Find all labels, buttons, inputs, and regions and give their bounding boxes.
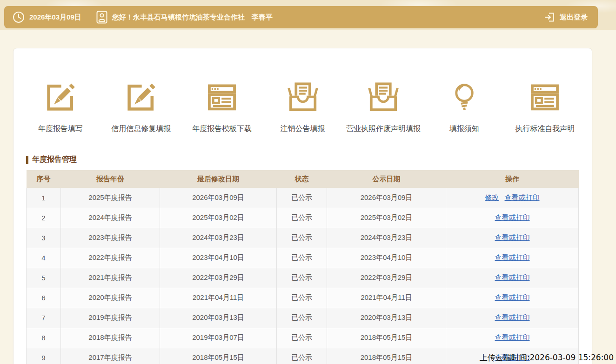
table-body: 12025年度报告2026年03月09日已公示2026年03月09日修改查看或打… bbox=[27, 188, 579, 364]
header-publish-date: 公示日期 bbox=[327, 170, 446, 188]
quick-action-4[interactable]: 注销公告填报 bbox=[262, 78, 343, 134]
cell-year: 2022年度报告 bbox=[61, 248, 160, 268]
quick-action-1[interactable]: 年度报告填写 bbox=[20, 78, 101, 134]
cell-modified: 2023年04月10日 bbox=[160, 248, 277, 268]
table-row: 22024年度报告2025年03月02日已公示2025年03月02日查看或打印 bbox=[27, 208, 579, 228]
quick-action-label: 注销公告填报 bbox=[281, 124, 325, 134]
cell-actions: 修改查看或打印 bbox=[446, 188, 579, 208]
cell-index: 6 bbox=[27, 288, 61, 308]
logout-label: 退出登录 bbox=[560, 13, 588, 22]
header-index: 序号 bbox=[27, 170, 61, 188]
cell-year: 2024年度报告 bbox=[61, 208, 160, 228]
quick-action-3[interactable]: 年度报告模板下载 bbox=[181, 78, 262, 134]
cell-year: 2019年度报告 bbox=[61, 308, 160, 328]
table-row: 42022年度报告2023年04月10日已公示2023年04月10日查看或打印 bbox=[27, 248, 579, 268]
table-row: 72019年度报告2020年03月13日已公示2020年03月13日查看或打印 bbox=[27, 308, 579, 328]
quick-action-6[interactable]: 填报须知 bbox=[424, 78, 505, 134]
cell-modified: 2021年04月11日 bbox=[160, 288, 277, 308]
cell-publish: 2023年04月10日 bbox=[327, 248, 446, 268]
cell-modified: 2024年03月23日 bbox=[160, 228, 277, 248]
template-icon bbox=[203, 78, 241, 118]
header-report-year: 报告年份 bbox=[61, 170, 160, 188]
cell-status: 已公示 bbox=[277, 308, 327, 328]
table-row: 62020年度报告2021年04月11日已公示2021年04月11日查看或打印 bbox=[27, 288, 579, 308]
upload-timestamp-overlay: 上传云端时间:2026-03-09 15:26:00 bbox=[480, 352, 614, 363]
cell-publish: 2021年04月11日 bbox=[327, 288, 446, 308]
cell-publish: 2018年05月15日 bbox=[327, 348, 446, 364]
cell-actions: 查看或打印 bbox=[446, 268, 579, 288]
cell-publish: 2018年05月15日 bbox=[327, 328, 446, 348]
cell-modified: 2019年03月07日 bbox=[160, 328, 277, 348]
section-accent-bar bbox=[26, 156, 28, 164]
action-link-view-print[interactable]: 查看或打印 bbox=[495, 293, 530, 301]
action-link-view-print[interactable]: 查看或打印 bbox=[495, 213, 530, 221]
cell-index: 9 bbox=[27, 348, 61, 364]
inbox-icon bbox=[364, 78, 402, 118]
cell-modified: 2020年03月13日 bbox=[160, 308, 277, 328]
cell-year: 2023年度报告 bbox=[61, 228, 160, 248]
action-link-view-print[interactable]: 查看或打印 bbox=[495, 333, 530, 341]
cell-status: 已公示 bbox=[277, 328, 327, 348]
annual-report-table: 序号报告年份最后修改日期状态公示日期操作 12025年度报告2026年03月09… bbox=[26, 170, 579, 364]
cell-status: 已公示 bbox=[277, 288, 327, 308]
template-icon bbox=[526, 78, 564, 118]
cell-modified: 2022年03月29日 bbox=[160, 268, 277, 288]
logout-icon bbox=[543, 11, 556, 23]
action-link-view-print[interactable]: 查看或打印 bbox=[505, 193, 540, 201]
quick-action-2[interactable]: 信用信息修复填报 bbox=[101, 78, 182, 134]
clock-icon bbox=[13, 11, 25, 23]
section-head: 年度报告管理 bbox=[26, 155, 579, 165]
cell-status: 已公示 bbox=[277, 268, 327, 288]
cell-year: 2018年度报告 bbox=[61, 328, 160, 348]
cell-status: 已公示 bbox=[277, 348, 327, 364]
cell-index: 4 bbox=[27, 248, 61, 268]
quick-action-label: 填报须知 bbox=[449, 124, 479, 134]
table-row: 12025年度报告2026年03月09日已公示2026年03月09日修改查看或打… bbox=[27, 188, 579, 208]
edit-icon bbox=[41, 78, 80, 118]
cell-modified: 2025年03月02日 bbox=[160, 208, 277, 228]
cell-index: 3 bbox=[27, 228, 61, 248]
user-icon bbox=[96, 11, 107, 24]
cell-actions: 查看或打印 bbox=[446, 248, 579, 268]
cell-publish: 2026年03月09日 bbox=[327, 188, 446, 208]
greeting-group: 您好！永丰县石马镇根竹坑油茶专业合作社 李春平 bbox=[96, 11, 273, 24]
current-date: 2026年03月09日 bbox=[29, 13, 81, 22]
cell-index: 5 bbox=[27, 268, 61, 288]
bulb-icon bbox=[445, 78, 483, 118]
cell-actions: 查看或打印 bbox=[446, 208, 579, 228]
action-link-view-print[interactable]: 查看或打印 bbox=[495, 273, 530, 281]
quick-actions: 年度报告填写 信用信息修复填报 年度报告模板下载 注销公告填报 营业执照作废声明… bbox=[13, 48, 592, 134]
action-link-view-print[interactable]: 查看或打印 bbox=[495, 233, 530, 241]
cell-actions: 查看或打印 bbox=[446, 288, 579, 308]
logout-button[interactable]: 退出登录 bbox=[543, 11, 588, 23]
quick-action-label: 执行标准自我声明 bbox=[515, 124, 575, 134]
header-actions: 操作 bbox=[446, 170, 579, 188]
user-greeting: 您好！永丰县石马镇根竹坑油茶专业合作社 李春平 bbox=[112, 13, 273, 22]
quick-action-label: 年度报告填写 bbox=[38, 124, 83, 134]
cell-year: 2025年度报告 bbox=[61, 188, 160, 208]
header-status: 状态 bbox=[277, 170, 327, 188]
cell-actions: 查看或打印 bbox=[446, 308, 579, 328]
cell-index: 7 bbox=[27, 308, 61, 328]
quick-action-7[interactable]: 执行标准自我声明 bbox=[504, 78, 585, 134]
header-last-modified-date: 最后修改日期 bbox=[160, 170, 277, 188]
quick-action-5[interactable]: 营业执照作废声明填报 bbox=[343, 78, 424, 134]
quick-action-label: 营业执照作废声明填报 bbox=[346, 124, 421, 134]
action-link-view-print[interactable]: 查看或打印 bbox=[495, 253, 530, 261]
screen: 2026年03月09日 您好！永丰县石马镇根竹坑油茶专业合作社 李春平 bbox=[0, 0, 616, 364]
cell-publish: 2025年03月02日 bbox=[327, 208, 446, 228]
cell-actions: 查看或打印 bbox=[446, 328, 579, 348]
cell-status: 已公示 bbox=[277, 188, 327, 208]
cell-index: 1 bbox=[27, 188, 61, 208]
edit-icon bbox=[122, 78, 160, 118]
table-row: 82018年度报告2019年03月07日已公示2018年05月15日查看或打印 bbox=[27, 328, 579, 348]
action-link-modify[interactable]: 修改 bbox=[485, 193, 499, 201]
table-row: 32023年度报告2024年03月23日已公示2024年03月23日查看或打印 bbox=[27, 228, 579, 248]
cell-publish: 2022年03月29日 bbox=[327, 268, 446, 288]
cell-publish: 2024年03月23日 bbox=[327, 228, 446, 248]
action-link-view-print[interactable]: 查看或打印 bbox=[495, 313, 530, 321]
topbar: 2026年03月09日 您好！永丰县石马镇根竹坑油茶专业合作社 李春平 bbox=[4, 6, 598, 28]
quick-action-label: 信用信息修复填报 bbox=[111, 124, 171, 134]
table-header-row: 序号报告年份最后修改日期状态公示日期操作 bbox=[27, 170, 579, 188]
cell-status: 已公示 bbox=[277, 208, 327, 228]
